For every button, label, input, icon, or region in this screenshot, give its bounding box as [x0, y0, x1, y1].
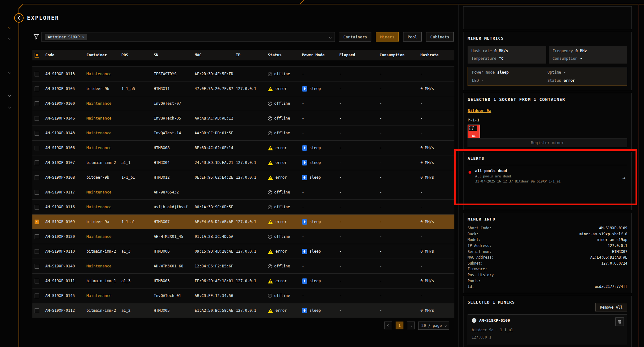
row-checkbox[interactable] [35, 220, 39, 224]
table-row[interactable]: AM-S19XP-0116 Maintenance asfjb.akdjfbss… [32, 200, 454, 215]
row-checkbox[interactable] [35, 205, 39, 210]
cell-code: AM-S19XP-0110 [45, 244, 85, 259]
info-value: AE:E4:66:D2:AB:AE [590, 255, 627, 260]
cell-mac [195, 96, 235, 111]
cell-power-mode: sleep [302, 244, 338, 259]
column-header[interactable]: IP [236, 50, 267, 60]
row-checkbox[interactable] [35, 160, 39, 165]
row-checkbox[interactable] [35, 234, 39, 239]
table-row[interactable]: AM-S19XP-0113 Maintenance TESTASTDYS AF:… [32, 67, 454, 81]
table-row[interactable]: AM-S19XP-0100 Maintenance InvQATest-07 !… [32, 96, 454, 111]
column-header[interactable]: Status [268, 50, 301, 60]
status-label: error [275, 220, 287, 224]
column-header[interactable]: MAC [195, 50, 235, 60]
table-row[interactable]: AM-S19XP-0107 bitmain-imm-2 a1_1 HTM3X04… [32, 155, 454, 170]
offline-icon [268, 102, 272, 106]
cell-status: ! error [268, 274, 301, 288]
column-header[interactable]: Container [86, 50, 120, 60]
register-miner-button[interactable]: Register miner [468, 138, 627, 147]
column-header[interactable]: POS [121, 50, 153, 60]
container-link[interactable]: Bitdeer 9a [468, 108, 491, 113]
delete-miner-button[interactable] [615, 317, 624, 326]
table-row[interactable]: AM-S19XP-0108 bitdeer-9b 1-1_b1 HTM3X12 … [32, 170, 454, 185]
table-row[interactable]: AM-S19XP-0120 Maintenance AH-HTM3X01_45 … [32, 229, 454, 244]
prev-page-button[interactable] [384, 322, 392, 329]
row-checkbox[interactable] [35, 264, 39, 269]
row-checkbox[interactable] [35, 146, 39, 150]
column-header[interactable]: Consumption [380, 50, 419, 60]
sidebar-chevron-down-icon[interactable] [8, 26, 11, 29]
cell-pos [121, 200, 153, 214]
remove-all-button[interactable]: Remove All [595, 303, 627, 311]
scrollbar[interactable] [638, 4, 639, 347]
filter-tag-label: Antminer S19XP [48, 35, 80, 39]
row-checkbox[interactable] [35, 116, 39, 121]
cell-ip [236, 96, 267, 111]
alert-item[interactable]: all_pools_dead All pools are dead. 31-07… [468, 169, 627, 183]
column-header[interactable]: Hashrate [420, 50, 453, 60]
row-checkbox[interactable] [35, 101, 39, 106]
power-mode-label: - [302, 116, 304, 120]
column-header[interactable]: Elapsed [339, 50, 378, 60]
cell-power-mode: - [302, 67, 338, 81]
sidebar-chevron-down-icon[interactable] [8, 71, 11, 74]
row-checkbox[interactable] [35, 249, 39, 254]
alerts-title: ALERTS [468, 156, 627, 161]
table-row[interactable]: AM-S19XP-0111 bitmain-imm-1 a1_3 HTM3X03… [32, 274, 454, 288]
row-checkbox[interactable] [35, 72, 39, 76]
view-button-cabinets[interactable]: Cabinets [426, 32, 454, 42]
view-button-pool[interactable]: Pool [403, 32, 421, 42]
table-row[interactable]: AM-S19XP-0117 Maintenance AH-98765432 ! … [32, 185, 454, 200]
socket-position: P-1-1 [468, 118, 627, 122]
cell-hashrate: - [420, 229, 453, 244]
sidebar-chevron-down-icon[interactable] [8, 105, 11, 109]
cell-container: Maintenance [86, 141, 120, 155]
next-page-button[interactable] [407, 322, 415, 329]
select-all-checkbox[interactable] [35, 53, 39, 58]
table-row[interactable]: AM-S19XP-0105 bitdeer-9b 1-1_a5 HTM3X11 … [32, 81, 454, 96]
row-checkbox[interactable] [35, 294, 39, 298]
column-header[interactable]: Code [45, 50, 85, 60]
sidebar-chevron-down-icon[interactable] [8, 94, 11, 97]
info-label: IP Address: [468, 243, 491, 248]
page-size-select[interactable]: 20 / page [418, 322, 449, 330]
power-mode-label: sleep [309, 220, 321, 224]
table-row[interactable]: AM-S19XP-0106 Maintenance HTM3X08 8E:6D:… [32, 141, 454, 155]
row-checkbox[interactable] [35, 190, 39, 195]
arrow-right-icon[interactable] [622, 175, 625, 181]
cell-pos [121, 141, 153, 155]
row-checkbox[interactable] [35, 308, 39, 313]
sidebar-chevron-down-icon[interactable] [8, 37, 11, 40]
row-checkbox[interactable] [35, 87, 39, 91]
back-button[interactable] [14, 13, 24, 23]
selected-miner-ip: 127.0.0.1 [472, 335, 623, 339]
table-row[interactable]: AM-S19XP-0110 bitmain-imm-2 a1_3 HTM3X06… [32, 244, 454, 259]
cell-container: Maintenance [86, 229, 120, 244]
table-row[interactable]: AM-S19XP-0109 bitdeer-9a 1-1_a1 HTM3X07 … [32, 215, 454, 229]
cell-sn: HTM3X12 [154, 170, 193, 185]
filter-input[interactable]: Antminer S19XP [42, 32, 335, 42]
socket-tile[interactable]: 0 KW 0 A a1 [468, 125, 480, 139]
column-header[interactable]: Power Mode [302, 50, 338, 60]
table-row[interactable]: AM-S19XP-0140 Maintenance AH-WTM3X01_68 … [32, 259, 454, 274]
view-button-miners[interactable]: Miners [376, 32, 399, 42]
table-row[interactable]: AM-S19XP-0143 Maintenance InvQATest-14 A… [32, 126, 454, 141]
cell-elapsed: - [339, 81, 378, 96]
row-checkbox[interactable] [35, 279, 39, 283]
cell-consumption: - [380, 81, 419, 96]
row-checkbox[interactable] [35, 175, 39, 180]
view-button-containers[interactable]: Containers [339, 32, 371, 42]
current-page-button[interactable]: 1 [396, 322, 403, 329]
table-row[interactable]: AM-S19XP-0145 Maintenance InvQATech-01 A… [32, 288, 454, 303]
dropdown-chevron-icon[interactable] [329, 36, 332, 39]
column-header[interactable]: SN [154, 50, 193, 60]
row-checkbox[interactable] [35, 131, 39, 136]
filter-tag[interactable]: Antminer S19XP [45, 34, 87, 40]
table-row[interactable]: AM-S19XP-0112 bitmain-imm-2 a1_2 HTM3X05… [32, 303, 454, 318]
remove-tag-icon[interactable] [82, 35, 84, 39]
power-mode-label: - [302, 234, 304, 239]
cell-pos: a1_2 [121, 303, 153, 318]
table-header-row: CodeContainerPOSSNMACIPStatusPower ModeE… [32, 50, 454, 60]
table-row[interactable]: AM-S19XP-0146 Maintenance InvQATech-05 A… [32, 111, 454, 126]
cell-power-mode: sleep [302, 155, 338, 170]
